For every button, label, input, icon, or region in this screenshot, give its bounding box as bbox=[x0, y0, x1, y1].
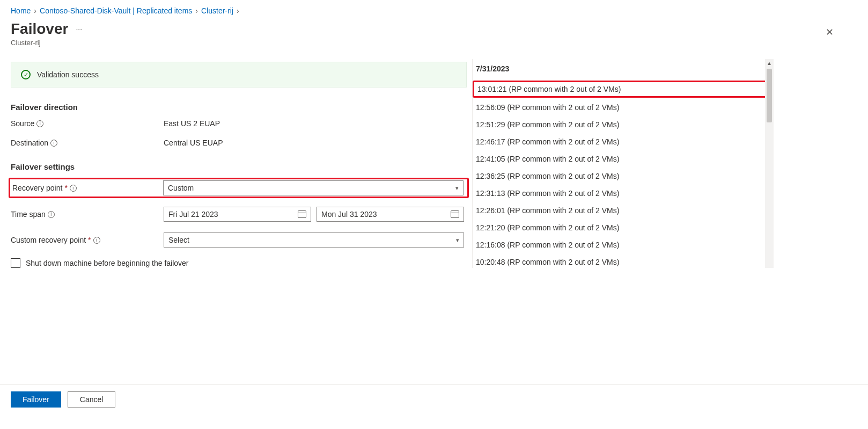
failover-settings-heading: Failover settings bbox=[11, 162, 467, 171]
destination-value: Central US EUAP bbox=[164, 139, 467, 147]
breadcrumb-vault[interactable]: Contoso-Shared-Disk-Vault | Replicated i… bbox=[40, 6, 192, 15]
breadcrumb-cluster[interactable]: Cluster-rij bbox=[201, 6, 233, 15]
validation-banner: ✓ Validation success bbox=[11, 62, 467, 88]
recovery-point-item[interactable]: 12:36:25 (RP common with 2 out of 2 VMs) bbox=[473, 168, 774, 185]
calendar-icon bbox=[298, 210, 306, 218]
info-icon[interactable]: i bbox=[93, 237, 100, 244]
breadcrumb: Home › Contoso-Shared-Disk-Vault | Repli… bbox=[11, 6, 868, 15]
chevron-right-icon: › bbox=[34, 6, 36, 15]
calendar-icon bbox=[451, 210, 459, 218]
info-icon[interactable]: i bbox=[70, 185, 77, 192]
scrollbar-thumb[interactable] bbox=[767, 69, 772, 122]
custom-recovery-point-label: Custom recovery point bbox=[11, 236, 86, 244]
recovery-point-value: Custom bbox=[168, 184, 194, 192]
timespan-to-input[interactable]: Mon Jul 31 2023 bbox=[317, 207, 464, 222]
shutdown-label: Shut down machine before beginning the f… bbox=[26, 259, 189, 267]
chevron-down-icon: ▾ bbox=[455, 185, 459, 192]
info-icon[interactable]: i bbox=[36, 120, 43, 127]
recovery-point-item[interactable]: 13:01:21 (RP common with 2 out of 2 VMs) bbox=[473, 81, 774, 98]
destination-label: Destination bbox=[11, 139, 48, 147]
recovery-point-item[interactable]: 12:16:08 (RP common with 2 out of 2 VMs) bbox=[473, 236, 774, 253]
chevron-right-icon: › bbox=[195, 6, 198, 15]
info-icon[interactable]: i bbox=[50, 140, 57, 147]
recovery-points-date-header: 7/31/2023 bbox=[473, 59, 774, 79]
recovery-points-panel: 7/31/2023 13:01:21 (RP common with 2 out… bbox=[472, 59, 778, 268]
failover-direction-heading: Failover direction bbox=[11, 103, 467, 112]
recovery-point-label: Recovery point bbox=[12, 184, 62, 192]
source-label: Source bbox=[11, 119, 34, 128]
info-icon[interactable]: i bbox=[48, 211, 55, 218]
recovery-point-item[interactable]: 12:56:09 (RP common with 2 out of 2 VMs) bbox=[473, 99, 774, 116]
more-options-icon[interactable]: ··· bbox=[76, 25, 82, 33]
recovery-point-row-highlight: Recovery point * i Custom ▾ bbox=[9, 178, 469, 198]
breadcrumb-home[interactable]: Home bbox=[11, 6, 31, 15]
recovery-point-item[interactable]: 12:46:17 (RP common with 2 out of 2 VMs) bbox=[473, 133, 774, 150]
validation-text: Validation success bbox=[37, 70, 99, 79]
required-asterisk: * bbox=[64, 184, 67, 192]
recovery-point-item[interactable]: 10:20:48 (RP common with 2 out of 2 VMs) bbox=[473, 253, 774, 268]
recovery-point-item[interactable]: 12:31:13 (RP common with 2 out of 2 VMs) bbox=[473, 185, 774, 202]
recovery-point-item[interactable]: 12:51:29 (RP common with 2 out of 2 VMs) bbox=[473, 116, 774, 133]
shutdown-checkbox[interactable] bbox=[11, 258, 20, 268]
recovery-point-item[interactable]: 12:41:05 (RP common with 2 out of 2 VMs) bbox=[473, 150, 774, 168]
source-value: East US 2 EUAP bbox=[164, 119, 467, 128]
chevron-down-icon: ▾ bbox=[456, 237, 459, 244]
timespan-label: Time span bbox=[11, 210, 46, 219]
recovery-point-select[interactable]: Custom ▾ bbox=[163, 180, 464, 195]
recovery-point-item[interactable]: 12:21:20 (RP common with 2 out of 2 VMs) bbox=[473, 219, 774, 236]
scroll-up-icon[interactable]: ▲ bbox=[767, 59, 772, 67]
recovery-point-item[interactable]: 12:26:01 (RP common with 2 out of 2 VMs) bbox=[473, 202, 774, 219]
custom-recovery-point-value: Select bbox=[168, 236, 189, 244]
custom-recovery-point-select[interactable]: Select ▾ bbox=[164, 232, 464, 248]
chevron-right-icon: › bbox=[237, 6, 239, 15]
close-icon[interactable]: ✕ bbox=[823, 26, 836, 39]
timespan-to-value: Mon Jul 31 2023 bbox=[321, 210, 377, 219]
success-icon: ✓ bbox=[21, 70, 31, 79]
scrollbar[interactable]: ▲ ▼ bbox=[765, 59, 774, 268]
required-asterisk: * bbox=[88, 236, 91, 244]
timespan-from-input[interactable]: Fri Jul 21 2023 bbox=[164, 207, 311, 222]
timespan-from-value: Fri Jul 21 2023 bbox=[168, 210, 218, 219]
page-subtitle: Cluster-rij bbox=[11, 39, 868, 47]
page-title: Failover bbox=[11, 20, 68, 38]
